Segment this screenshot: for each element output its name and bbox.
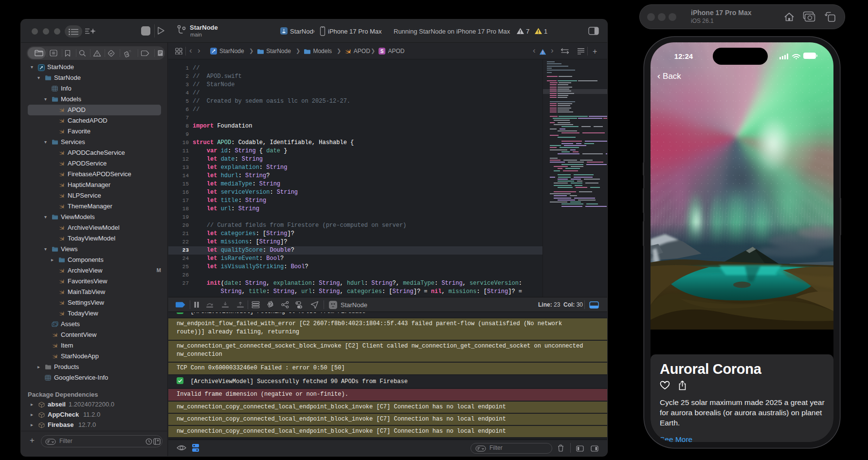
svg-text:S: S — [380, 49, 384, 54]
